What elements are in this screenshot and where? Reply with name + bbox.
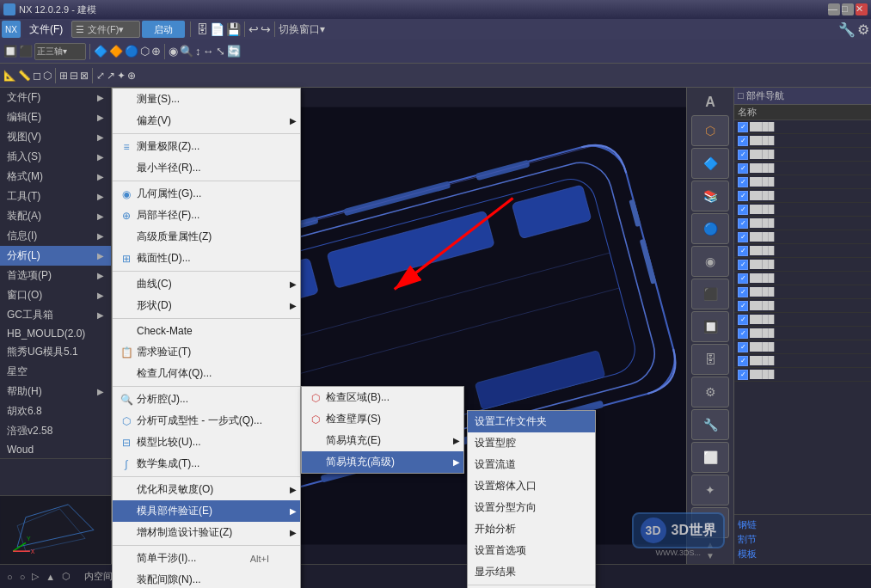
mold-item-simple-fill-adv[interactable]: 简易填充(高级) ▶ [302,451,463,473]
checkbox-18[interactable]: ✓ [738,356,748,366]
sidebar-item-edit[interactable]: 编辑(E) ▶ [0,107,111,127]
sidebar-item-window[interactable]: 窗口(O) ▶ [0,285,111,305]
shape-btn-2[interactable]: ⊟ [70,70,78,82]
3d-btn-2[interactable]: 🔶 [109,45,123,58]
checkbox-1[interactable]: ✓ [738,122,748,132]
sidebar-item-tools[interactable]: 工具(T) ▶ [0,187,111,206]
panel-row[interactable]: ✓ ████ [734,189,871,203]
menu-item-min-radius[interactable]: 最小半径(R)... [113,157,300,179]
sidebar-item-info[interactable]: 信息(I) ▶ [0,226,111,246]
fill-item-set-runner[interactable]: 设置流道 [468,454,595,475]
panel-row[interactable]: ✓ ████ [734,327,871,340]
panel-link-cut[interactable]: 割节 [738,533,868,546]
render-btn-6[interactable]: 🔄 [227,45,241,58]
edit-btn-3[interactable]: ◻ [33,70,41,82]
checkbox-3[interactable]: ✓ [738,150,748,160]
sidebar-item-format[interactable]: 格式(M) ▶ [0,167,111,187]
fill-item-show-results[interactable]: 显示结果 [468,561,595,583]
checkbox-19[interactable]: ✓ [738,370,748,380]
render-btn-3[interactable]: ↕ [195,45,201,58]
sidebar-item-preferences[interactable]: 首选项(P) ▶ [0,266,111,285]
checkbox-11[interactable]: ✓ [738,260,748,270]
checkbox-7[interactable]: ✓ [738,205,748,215]
view-dropdown[interactable]: 正三轴▾ [34,43,86,60]
menu-item-simple-interference[interactable]: 简单干涉(I)... Alt+I [113,548,300,569]
panel-row[interactable]: ✓ ████ [734,175,871,189]
3d-btn-4[interactable]: ⬡ [140,45,150,58]
edit-btn-4[interactable]: ⬡ [43,70,52,82]
sidebar-item-insert[interactable]: 插入(S) ▶ [0,147,111,167]
toolbar-right-2[interactable]: ⚙ [857,21,869,38]
render-btn-5[interactable]: ⤡ [216,45,225,58]
panel-row[interactable]: ✓ ████ [734,340,871,354]
panel-row[interactable]: ✓ ████ [734,162,871,175]
shape-btn-1[interactable]: ⊞ [59,70,68,82]
sidebar-item-analysis[interactable]: 分析(L) ▶ [0,246,111,266]
sidebar-item-hu[interactable]: 胡欢6.8 [0,401,111,421]
panel-link-template[interactable]: 模板 [738,548,868,560]
panel-row[interactable]: ✓ ████ [734,203,871,217]
right-btn-3[interactable]: 📚 [691,181,729,211]
3d-btn-3[interactable]: 🔵 [125,45,138,58]
move-btn-1[interactable]: ⤢ [96,70,105,82]
minimize-btn[interactable]: — [828,3,840,15]
fill-item-start-analysis[interactable]: 开始分析 [468,518,595,540]
panel-link-chain[interactable]: 钢链 [738,518,868,531]
panel-row[interactable]: ✓ ████ [734,368,871,382]
checkbox-4[interactable]: ✓ [738,163,748,174]
checkbox-6[interactable]: ✓ [738,191,748,201]
toolbar-btn-2[interactable]: 📄 [210,22,224,36]
toolbar-btn-3[interactable]: 💾 [226,22,241,36]
panel-row[interactable]: ✓ ████ [734,148,871,162]
right-btn-1[interactable]: ⬡ [691,115,729,146]
scroll-down-btn[interactable]: ▼ [706,551,715,560]
move-btn-2[interactable]: ↗ [107,70,115,82]
switch-window-btn[interactable]: 切换窗口▾ [279,22,325,37]
menu-item-measure-limit[interactable]: ≡ 测量极限(Z)... [113,136,300,157]
right-btn-4[interactable]: 🔵 [691,213,729,244]
menu-item-check-geo[interactable]: 检查几何体(Q)... [113,363,300,384]
sidebar-item-gc[interactable]: GC工具箱 ▶ [0,305,111,325]
checkbox-17[interactable]: ✓ [738,342,748,352]
sidebar-item-help[interactable]: 帮助(H) ▶ [0,382,111,401]
checkbox-16[interactable]: ✓ [738,328,748,339]
menu-item-analysis-cavity[interactable]: 🔍 分析腔(J)... [113,389,300,410]
menu-item-math-int[interactable]: ∫ 数学集成(T)... [113,453,300,475]
move-btn-3[interactable]: ✦ [117,70,126,82]
right-btn-2[interactable]: 🔷 [691,148,729,179]
view-btn-2[interactable]: ⬛ [19,45,33,58]
right-btn-7[interactable]: 🔲 [691,311,729,342]
render-btn-2[interactable]: 🔍 [180,45,193,58]
menu-item-curve[interactable]: 曲线(C) ▶ [113,273,300,295]
menu-btn[interactable]: ☰ 文件(F)▾ [71,21,140,38]
fill-item-set-parting-dir[interactable]: 设置分型方向 [468,497,595,518]
checkbox-12[interactable]: ✓ [738,273,748,284]
mold-item-check-wall[interactable]: ⬡ 检查壁厚(S) [302,408,463,430]
right-btn-5[interactable]: ◉ [691,246,729,277]
panel-row[interactable]: ✓ ████ [734,230,871,244]
mold-item-check-region[interactable]: ⬡ 检查区域(B)... [302,387,463,408]
sidebar-item-woud[interactable]: Woud [0,441,111,458]
toolbar-btn-4[interactable]: ↩ [248,22,259,36]
right-btn-12[interactable]: ✦ [691,475,729,505]
menu-item-assembly-gap[interactable]: 装配间隙(N)... [113,569,300,588]
close-btn[interactable]: ✕ [856,3,868,15]
menu-item-optimize[interactable]: 优化和灵敏度(O) ▶ [113,479,300,500]
panel-row[interactable]: ✓ ████ [734,258,871,272]
render-btn-4[interactable]: ↔ [203,45,214,58]
sidebar-item-star[interactable]: 星空 [0,362,111,382]
checkbox-2[interactable]: ✓ [738,136,748,146]
sidebar-item-assembly[interactable]: 装配(A) ▶ [0,206,111,226]
checkbox-13[interactable]: ✓ [738,287,748,297]
checkbox-5[interactable]: ✓ [738,177,748,187]
menu-item-checkmate[interactable]: Check-Mate [113,321,300,341]
mold-item-simple-fill[interactable]: 简易填充(E) ▶ [302,430,463,451]
move-btn-4[interactable]: ⊕ [127,70,136,82]
start-btn[interactable]: 启动 [142,21,185,38]
sidebar-item-xiong[interactable]: 熊秀UG模具5.1 [0,342,111,362]
checkbox-14[interactable]: ✓ [738,301,748,311]
menu-item-mold-validate[interactable]: 模具部件验证(E) ▶ [113,500,300,522]
menu-item-section[interactable]: ⊞ 截面性(D)... [113,248,300,269]
panel-row[interactable]: ✓ ████ [734,299,871,313]
panel-row[interactable]: ✓ ████ [734,134,871,148]
